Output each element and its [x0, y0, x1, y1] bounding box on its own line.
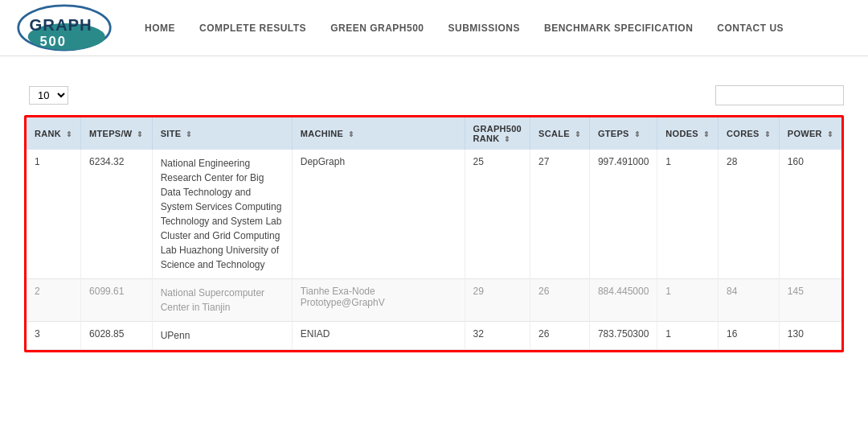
nav-links: HOMECOMPLETE RESULTSGREEN GRAPH500SUBMIS…: [145, 23, 852, 34]
table-wrapper: RANK ⇕MTEPS/W ⇕SITE ⇕MACHINE ⇕GRAPH500RA…: [24, 115, 844, 352]
cell-mteps_w: 6028.85: [81, 322, 153, 350]
cell-cores: 84: [719, 279, 780, 322]
cell-graph500_rank: 25: [465, 150, 530, 279]
sort-icon-nodes: ⇕: [701, 130, 710, 138]
controls-row: 10 25 50: [24, 85, 844, 105]
cell-machine: DepGraph: [292, 150, 465, 279]
nav-link-benchmark-spec[interactable]: BENCHMARK SPECIFICATION: [544, 23, 693, 34]
table-header-row: RANK ⇕MTEPS/W ⇕SITE ⇕MACHINE ⇕GRAPH500RA…: [27, 117, 841, 150]
svg-text:500: 500: [40, 33, 67, 48]
col-header-rank[interactable]: RANK ⇕: [27, 117, 81, 150]
cell-graph500_rank: 32: [465, 322, 530, 350]
cell-power: 145: [779, 279, 841, 322]
search-input[interactable]: [715, 85, 844, 105]
col-label-mteps_w: MTEPS/W: [89, 129, 132, 138]
col-header-cores[interactable]: CORES ⇕: [719, 117, 780, 150]
cell-site: UPenn: [152, 322, 292, 350]
col-header-machine[interactable]: MACHINE ⇕: [292, 117, 465, 150]
col-label-gteps: GTEPS: [598, 129, 629, 138]
cell-nodes: 1: [657, 322, 719, 350]
cell-cores: 28: [719, 150, 780, 279]
cell-mteps_w: 6234.32: [81, 150, 153, 279]
col-label-cores: CORES: [727, 129, 760, 138]
sort-icon-machine: ⇕: [346, 130, 354, 138]
svg-text:GRAPH: GRAPH: [30, 16, 92, 34]
sort-icon-rank: ⇕: [63, 130, 72, 138]
cell-gteps: 783.750300: [589, 322, 657, 350]
sort-icon-power: ⇕: [825, 130, 833, 138]
nav-link-complete-results[interactable]: COMPLETE RESULTS: [199, 23, 306, 34]
col-label-power: POWER: [788, 129, 822, 138]
col-header-gteps[interactable]: GTEPS ⇕: [589, 117, 657, 150]
search-controls: [709, 85, 844, 105]
nav-link-green-graph500[interactable]: GREEN GRAPH500: [330, 23, 424, 34]
cell-machine: Tianhe Exa-Node Prototype@GraphV: [292, 279, 465, 322]
col-header-power[interactable]: POWER ⇕: [779, 117, 841, 150]
cell-scale: 27: [530, 150, 590, 279]
page-content: 10 25 50 RANK ⇕MTEPS/W ⇕SITE ⇕MACHINE ⇕G…: [0, 56, 868, 368]
table-body: 16234.32National Engineering Research Ce…: [27, 150, 841, 350]
cell-mteps_w: 6099.61: [81, 279, 153, 322]
navbar: GRAPH 500 HOMECOMPLETE RESULTSGREEN GRAP…: [0, 0, 868, 56]
sort-icon-graph500_rank: ⇕: [502, 135, 511, 143]
col-header-site[interactable]: SITE ⇕: [152, 117, 292, 150]
sort-icon-scale: ⇕: [572, 130, 581, 138]
sort-icon-cores: ⇕: [762, 130, 771, 138]
cell-rank: 3: [27, 322, 81, 350]
entries-select[interactable]: 10 25 50: [29, 86, 68, 105]
col-header-nodes[interactable]: NODES ⇕: [657, 117, 719, 150]
col-label-site: SITE: [161, 129, 182, 138]
sort-icon-gteps: ⇕: [632, 130, 641, 138]
cell-gteps: 997.491000: [589, 150, 657, 279]
cell-rank: 1: [27, 150, 81, 279]
cell-power: 160: [779, 150, 841, 279]
nav-link-submissions[interactable]: SUBMISSIONS: [448, 23, 521, 34]
cell-nodes: 1: [657, 150, 719, 279]
cell-gteps: 884.445000: [589, 279, 657, 322]
cell-power: 130: [779, 322, 841, 350]
nav-link-home[interactable]: HOME: [145, 23, 175, 34]
col-label-machine: MACHINE: [301, 129, 343, 138]
cell-graph500_rank: 29: [465, 279, 530, 322]
col-label-rank: RANK: [35, 129, 61, 138]
table-row: 36028.85UPennENIAD3226783.750300116130: [27, 322, 841, 350]
cell-cores: 16: [719, 322, 780, 350]
cell-nodes: 1: [657, 279, 719, 322]
cell-scale: 26: [530, 279, 590, 322]
col-header-scale[interactable]: SCALE ⇕: [530, 117, 590, 150]
sort-icon-site: ⇕: [183, 130, 192, 138]
results-table: RANK ⇕MTEPS/W ⇕SITE ⇕MACHINE ⇕GRAPH500RA…: [27, 117, 841, 350]
logo[interactable]: GRAPH 500: [16, 4, 113, 52]
nav-link-contact-us[interactable]: CONTACT US: [717, 23, 784, 34]
col-label-scale: SCALE: [538, 129, 570, 138]
table-row: 16234.32National Engineering Research Ce…: [27, 150, 841, 279]
table-row: 26099.61National Supercomputer Center in…: [27, 279, 841, 322]
col-header-graph500_rank[interactable]: GRAPH500RANK ⇕: [465, 117, 530, 150]
cell-rank: 2: [27, 279, 81, 322]
show-controls: 10 25 50: [24, 86, 73, 105]
cell-site: National Supercomputer Center in Tianjin: [152, 279, 292, 322]
cell-scale: 26: [530, 322, 590, 350]
sort-icon-mteps_w: ⇕: [135, 130, 144, 138]
col-header-mteps_w[interactable]: MTEPS/W ⇕: [81, 117, 153, 150]
cell-site: National Engineering Research Center for…: [152, 150, 292, 279]
col-label-nodes: NODES: [665, 129, 698, 138]
cell-machine: ENIAD: [292, 322, 465, 350]
col-label-graph500_rank: GRAPH500RANK: [473, 124, 522, 143]
